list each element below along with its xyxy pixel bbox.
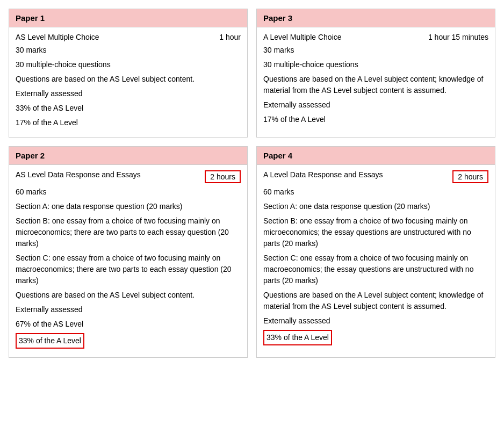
paper2-line: 60 marks [16,186,241,198]
papers-grid: Paper 1AS Level Multiple Choice1 hour30 … [9,9,495,358]
card-paper2: Paper 2AS Level Data Response and Essays… [9,146,248,358]
paper3-time-row: A Level Multiple Choice1 hour 15 minutes [263,33,488,41]
paper2-line: 67% of the AS Level [16,319,241,330]
paper4-time-row: A Level Data Response and Essays2 hours [263,170,488,183]
paper2-line: Section B: one essay from a choice of tw… [16,215,241,249]
paper1-subject-type: AS Level Multiple Choice [16,33,219,41]
paper4-highlighted-span: 33% of the A Level [263,330,332,345]
paper2-header: Paper 2 [9,147,247,165]
paper4-line: 60 marks [263,186,488,198]
paper4-line: Questions are based on the A Level subje… [263,290,488,312]
paper4-subject-type: A Level Data Response and Essays [263,170,452,179]
paper1-header: Paper 1 [9,9,247,27]
paper2-highlighted-line: 33% of the A Level [16,333,241,349]
card-paper4: Paper 4A Level Data Response and Essays2… [256,146,495,358]
paper2-line: Questions are based on the AS Level subj… [16,290,241,301]
paper3-line: Questions are based on the A Level subje… [263,74,488,96]
paper3-header: Paper 3 [257,9,495,27]
card-paper3: Paper 3A Level Multiple Choice1 hour 15 … [256,9,495,138]
paper3-line: Externally assessed [263,99,488,111]
paper1-line: 30 multiple-choice questions [16,59,241,70]
paper4-line: Section C: one essay from a choice of tw… [263,252,488,286]
paper2-line: Section A: one data response question (2… [16,201,241,212]
paper1-line: 30 marks [16,45,241,56]
paper3-body: A Level Multiple Choice1 hour 15 minutes… [257,27,495,134]
paper2-line: Section C: one essay from a choice of tw… [16,252,241,286]
paper4-line: Section B: one essay from a choice of tw… [263,215,488,249]
paper3-line: 30 marks [263,45,488,56]
paper3-subject-type: A Level Multiple Choice [263,33,428,41]
paper3-time: 1 hour 15 minutes [428,33,488,41]
paper2-time-row: AS Level Data Response and Essays2 hours [16,170,241,183]
paper1-line: Externally assessed [16,88,241,99]
paper4-time: 2 hours [452,170,488,183]
paper2-time: 2 hours [205,170,241,183]
paper4-highlighted-line: 33% of the A Level [263,330,488,345]
paper2-highlighted-span: 33% of the A Level [16,333,84,349]
card-paper1: Paper 1AS Level Multiple Choice1 hour30 … [9,9,248,138]
paper1-time-row: AS Level Multiple Choice1 hour [16,33,241,41]
paper4-line: Externally assessed [263,315,488,327]
paper4-body: A Level Data Response and Essays2 hours6… [257,165,495,354]
paper1-line: Questions are based on the AS Level subj… [16,74,241,85]
paper4-header: Paper 4 [257,147,495,165]
paper4-line: Section A: one data response question (2… [263,201,488,212]
paper1-line: 17% of the A Level [16,117,241,128]
paper3-line: 17% of the A Level [263,114,488,125]
paper2-body: AS Level Data Response and Essays2 hours… [9,165,247,357]
paper1-time: 1 hour [219,33,241,41]
paper1-line: 33% of the AS Level [16,103,241,114]
paper2-subject-type: AS Level Data Response and Essays [16,170,205,179]
paper1-body: AS Level Multiple Choice1 hour30 marks30… [9,27,247,137]
paper3-line: 30 multiple-choice questions [263,59,488,70]
paper2-line: Externally assessed [16,304,241,315]
